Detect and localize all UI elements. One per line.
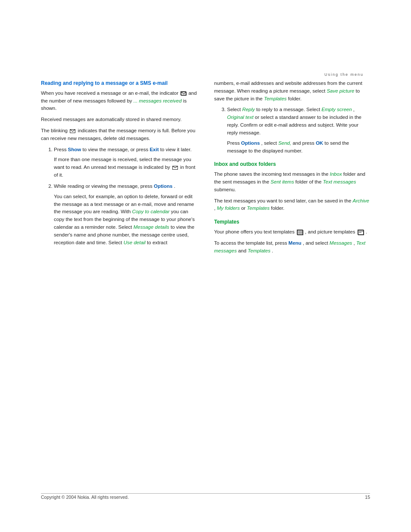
list1-subpara: If more than one message is received, se… [54, 156, 197, 179]
envelope-unread-icon [172, 166, 178, 170]
section3-para1: Your phone offers you text templates , a… [214, 228, 370, 236]
section2-para1: The phone saves the incoming text messag… [214, 171, 370, 193]
section3-para2: To access the template list, press Menu … [214, 240, 370, 255]
right-extract-para: numbers, e-mail addresses and website ad… [214, 80, 370, 103]
section1-para2: Received messages are automatically stor… [41, 116, 197, 124]
left-column: Reading and replying to a message or a S… [41, 80, 197, 472]
page: Using the menu Reading and replying to a… [0, 0, 411, 532]
section3-heading: Templates [214, 218, 370, 226]
picture-template-icon [358, 230, 364, 235]
section1-para1: When you have received a message or an e… [41, 90, 197, 112]
list-item-3: Select Reply to reply to a message. Sele… [227, 106, 370, 155]
list2-subpara: You can select, for example, an option t… [54, 193, 197, 247]
svg-line-3 [172, 166, 175, 168]
text-template-icon [297, 230, 303, 235]
list3-subpara: Press Options , select Send, and press O… [227, 140, 370, 155]
right-list: Select Reply to reply to a message. Sele… [221, 106, 370, 155]
footer: Copyright © 2004 Nokia. All rights reser… [41, 495, 370, 500]
section2-para2: The text messages you want to send later… [214, 197, 370, 213]
page-header: Using the menu [324, 72, 364, 77]
footer-copyright: Copyright © 2004 Nokia. All rights reser… [41, 495, 129, 500]
footer-divider [41, 493, 370, 494]
envelope-icon-inline [181, 91, 186, 95]
section1-list: Press Show to view the message, or press… [48, 146, 197, 247]
section1-heading: Reading and replying to a message or a S… [41, 80, 197, 87]
right-column: numbers, e-mail addresses and website ad… [214, 80, 370, 472]
list-item-1: Press Show to view the message, or press… [54, 146, 197, 179]
section1-para3: The blinking indicates that the message … [41, 127, 197, 143]
envelope-icon-blink [70, 129, 75, 133]
section2-heading: Inbox and outbox folders [214, 161, 370, 168]
svg-line-4 [175, 166, 177, 168]
content-area: Reading and replying to a message or a S… [41, 80, 370, 472]
footer-page-number: 15 [365, 495, 370, 500]
list-item-2: While reading or viewing the message, pr… [54, 183, 197, 247]
header-label: Using the menu [324, 72, 364, 77]
